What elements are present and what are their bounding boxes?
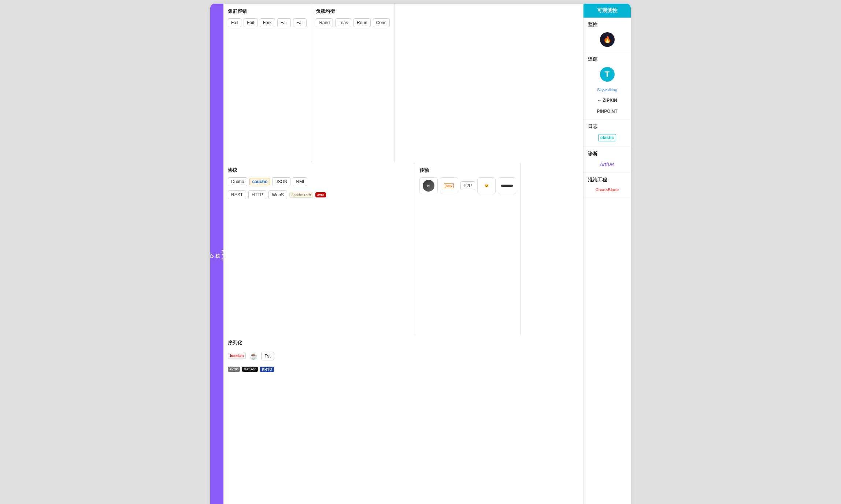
p2p-badge: P2P — [460, 181, 475, 190]
java-ser-badge: ☕ — [248, 350, 259, 362]
chaos-section: 混沌工程 ChaosBlade — [583, 173, 631, 197]
avro-protocol-badge: avro — [315, 192, 326, 197]
jetty-logo: jetty — [440, 177, 458, 194]
log-title: 日志 — [588, 123, 626, 130]
fastjson-ser-badge: fastjson — [242, 367, 258, 372]
monitor-section: 监控 🔥 — [583, 18, 631, 52]
tracing-logo-1: T — [588, 66, 626, 83]
observability-header: 可观测性 — [583, 4, 631, 18]
thrift-badge: Apache Thrift — [289, 192, 313, 198]
fail-badge-4: Fail — [293, 18, 307, 27]
cluster-fault-box: 集群容错 Fail Fail Fork Fail Fail — [223, 4, 311, 163]
load-balance-title: 负载均衡 — [316, 8, 389, 15]
fork-badge: Fork — [260, 18, 275, 27]
main-container: RPC 核 心 集群容错 Fail Fail Fork Fail Fail 负 — [210, 4, 631, 504]
grafana-logo: 🔥 — [588, 31, 626, 48]
rmi-badge: RMI — [293, 177, 307, 186]
rpc-section-row: RPC 核 心 集群容错 Fail Fail Fork Fail Fail 负 — [210, 4, 583, 504]
observability-sidebar: 可观测性 监控 🔥 追踪 T Skywalking ← ZIPKIN PINPO… — [583, 4, 631, 504]
cons-badge: Cons — [373, 18, 390, 27]
cluster-fault-grid: Fail Fail Fork Fail Fail — [228, 18, 307, 27]
fst-badge: Fst — [261, 352, 274, 360]
diagnose-section: 诊断 Arthas — [583, 147, 631, 173]
skywalking-logo: Skywalking — [588, 86, 626, 93]
transport-box: 传输 N jetty P2P 🐱 — [415, 163, 521, 335]
protocol-title: 协议 — [228, 167, 410, 174]
log-section: 日志 elastic — [583, 119, 631, 147]
fail-badge-1: Fail — [228, 18, 241, 27]
webs-badge: WebS — [268, 190, 287, 199]
protocol-grid: Dubbo caucho JSON RMI REST HTTP WebS Apa… — [228, 177, 410, 199]
rpc-label: RPC 核 心 — [210, 4, 223, 504]
avro-ser-badge: AVRO — [228, 367, 240, 372]
monitor-title: 监控 — [588, 21, 626, 28]
diagnose-title: 诊断 — [588, 151, 626, 157]
kryo-ser-badge: KRYO — [260, 367, 274, 372]
caucho-protocol-badge: caucho — [249, 178, 270, 185]
zipkin-logo: ← ZIPKIN — [588, 96, 626, 104]
caucho-ser-badge: hessian — [228, 353, 246, 359]
fail-badge-2: Fail — [244, 18, 257, 27]
serialize-title: 序列化 — [228, 340, 325, 346]
chaos-title: 混沌工程 — [588, 177, 626, 183]
dubbo-badge: Dubbo — [228, 177, 247, 186]
transport-grid: N jetty P2P 🐱 — [419, 177, 516, 194]
content-area: RPC 核 心 集群容错 Fail Fail Fork Fail Fail 负 — [210, 4, 583, 504]
rpc-content: 集群容错 Fail Fail Fork Fail Fail 负载均衡 Rand … — [223, 4, 583, 504]
grizzly-logo — [498, 177, 516, 194]
elastic-logo-item: elastic — [588, 133, 626, 143]
chaosblade-logo-item: ChaosBlade — [588, 186, 626, 193]
arthas-logo-item: Arthas — [588, 160, 626, 169]
serialize-box: 序列化 hessian ☕ Fst AVRO fastjson KRYO — [223, 335, 329, 504]
leas-badge: Leas — [335, 18, 351, 27]
load-balance-box: 负载均衡 Rand Leas Roun Cons — [311, 4, 394, 163]
transport-title: 传输 — [419, 167, 516, 174]
serialize-grid: hessian ☕ Fst AVRO fastjson KRYO — [228, 350, 325, 372]
netty-logo: N — [419, 177, 438, 194]
load-balance-grid: Rand Leas Roun Cons — [316, 18, 389, 27]
rest-badge: REST — [228, 190, 246, 199]
json-badge: JSON — [272, 177, 290, 186]
mina-logo: 🐱 — [477, 177, 496, 194]
rand-badge: Rand — [316, 18, 333, 27]
trace-title: 追踪 — [588, 56, 626, 63]
cluster-fault-title: 集群容错 — [228, 8, 307, 15]
protocol-box: 协议 Dubbo caucho JSON RMI REST HTTP WebS … — [223, 163, 415, 335]
trace-section: 追踪 T Skywalking ← ZIPKIN PINPOINT — [583, 52, 631, 119]
fail-badge-3: Fail — [277, 18, 291, 27]
http-badge: HTTP — [248, 190, 266, 199]
roun-badge: Roun — [353, 18, 371, 27]
pinpoint-logo: PINPOINT — [588, 107, 626, 115]
